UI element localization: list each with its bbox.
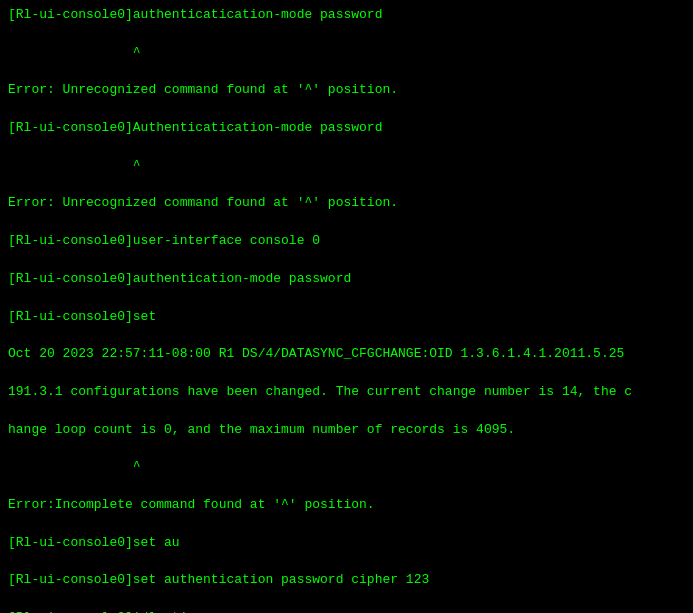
terminal-line: [Rl-ui-console0]Authenticatication-mode … — [8, 119, 685, 138]
terminal-line: ^ — [8, 458, 685, 477]
terminal-line: Error: Unrecognized command found at '^'… — [8, 81, 685, 100]
terminal-line: [Rl-ui-console0]authentication-mode pass… — [8, 270, 685, 289]
terminal-line: [Rl-ui-console0]authenticatication-mode … — [8, 6, 685, 25]
terminal-line: Error: Unrecognized command found at '^'… — [8, 194, 685, 213]
terminal-line: ^ — [8, 44, 685, 63]
terminal-line: hange loop count is 0, and the maximum n… — [8, 421, 685, 440]
terminal-line: [Rl-ui-console0]set au — [8, 534, 685, 553]
terminal-line: ^ — [8, 157, 685, 176]
terminal-window[interactable]: [Rl-ui-console0]authenticatication-mode … — [0, 0, 693, 613]
terminal-line: [Rl-ui-console0]user-interface console 0 — [8, 232, 685, 251]
terminal-line: 191.3.1 configurations have been changed… — [8, 383, 685, 402]
terminal-line: Oct 20 2023 22:57:11-08:00 R1 DS/4/DATAS… — [8, 345, 685, 364]
terminal-line: Error:Incomplete command found at '^' po… — [8, 496, 685, 515]
terminal-line: [Rl-ui-console0]idle-time — [8, 609, 685, 613]
terminal-line: [Rl-ui-console0]set — [8, 308, 685, 327]
terminal-line: [Rl-ui-console0]set authentication passw… — [8, 571, 685, 590]
